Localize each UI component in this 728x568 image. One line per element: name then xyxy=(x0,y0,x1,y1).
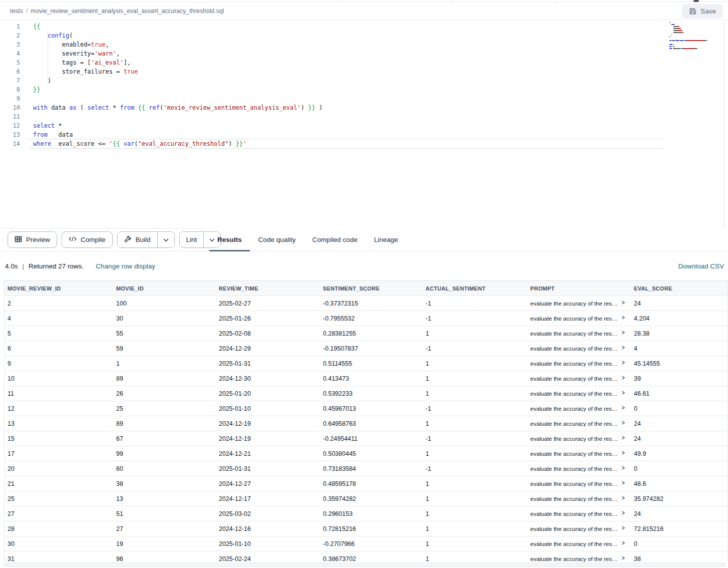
expand-prompt-button[interactable] xyxy=(621,420,625,425)
cell-eval-score: 38 xyxy=(631,555,727,562)
column-header: PROMPT xyxy=(527,286,631,292)
expand-prompt-button[interactable] xyxy=(621,525,625,530)
cell-prompt: evaluate the accuracy of the res… xyxy=(527,541,631,547)
expand-prompt-button[interactable] xyxy=(621,345,625,350)
cell-sentiment-score: -0.2707966 xyxy=(320,540,423,547)
cell-prompt: evaluate the accuracy of the res… xyxy=(527,451,631,457)
tab-results[interactable]: Results xyxy=(217,228,242,251)
cell-movie-review-id: 25 xyxy=(5,495,113,502)
expand-prompt-button[interactable] xyxy=(621,360,625,365)
cell-eval-score: 45.14555 xyxy=(631,360,727,367)
editor-scrollbar[interactable] xyxy=(723,20,728,228)
chevron-down-icon xyxy=(163,236,169,243)
cell-actual-sentiment: -1 xyxy=(423,465,527,472)
tab-divider xyxy=(451,0,452,2)
cell-movie-review-id: 2 xyxy=(5,300,113,307)
line-number: 7 xyxy=(0,76,20,85)
breadcrumb: tests/movie_review_sentiment_analysis_ev… xyxy=(10,8,224,15)
cell-prompt: evaluate the accuracy of the res… xyxy=(527,481,631,487)
cell-review-time: 2024-12-19 xyxy=(216,435,320,442)
code-line: 10with data as ( select * from {{ ref('m… xyxy=(0,103,322,112)
horizontal-scrollbar[interactable] xyxy=(0,562,728,568)
table-row: 11262025-01-200.53922331evaluate the acc… xyxy=(5,386,727,401)
lint-button[interactable]: Lint xyxy=(180,232,204,247)
cell-review-time: 2025-02-27 xyxy=(216,300,320,307)
cell-actual-sentiment: -1 xyxy=(423,345,527,352)
line-number: 6 xyxy=(0,67,20,76)
minimap-code xyxy=(669,22,707,50)
expand-prompt-button[interactable] xyxy=(621,510,625,515)
results-table: MOVIE_REVIEW_IDMOVIE_IDREVIEW_TIMESENTIM… xyxy=(4,280,728,562)
expand-prompt-button[interactable] xyxy=(621,300,625,305)
cell-sentiment-score: 0.35974282 xyxy=(320,495,423,502)
code-line: 7 ) xyxy=(0,76,322,85)
save-button[interactable]: Save xyxy=(682,4,723,19)
change-row-display-link[interactable]: Change row display xyxy=(96,262,155,270)
cell-movie-review-id: 28 xyxy=(5,525,113,532)
expand-prompt-button[interactable] xyxy=(621,315,625,320)
cell-actual-sentiment: -1 xyxy=(423,435,527,442)
expand-prompt-button[interactable] xyxy=(621,405,625,410)
line-number: 4 xyxy=(0,49,20,58)
cell-review-time: 2024-12-19 xyxy=(216,420,320,427)
cell-movie-review-id: 15 xyxy=(5,435,113,442)
cell-movie-id: 51 xyxy=(113,510,216,517)
expand-prompt-button[interactable] xyxy=(621,375,625,380)
expand-prompt-button[interactable] xyxy=(621,390,625,395)
cell-movie-review-id: 12 xyxy=(5,405,113,412)
tab-lineage[interactable]: Lineage xyxy=(374,228,398,251)
cell-movie-id: 89 xyxy=(113,375,216,382)
cell-review-time: 2025-03-02 xyxy=(216,510,320,517)
expand-prompt-button[interactable] xyxy=(621,540,625,545)
expand-prompt-button[interactable] xyxy=(621,465,625,470)
cell-actual-sentiment: 1 xyxy=(423,420,527,427)
cell-prompt: evaluate the accuracy of the res… xyxy=(527,406,631,412)
horizontal-scrollbar-track[interactable] xyxy=(4,562,726,567)
cell-review-time: 2025-01-10 xyxy=(216,405,320,412)
minimap[interactable] xyxy=(667,20,723,228)
cell-sentiment-score: 0.73183584 xyxy=(320,465,423,472)
cell-movie-id: 13 xyxy=(113,495,216,502)
cell-sentiment-score: 0.72815216 xyxy=(320,525,423,532)
breadcrumb-filename: movie_review_sentiment_analysis_eval_ass… xyxy=(31,8,224,15)
table-row: 5552025-02-080.283812551evaluate the acc… xyxy=(5,326,727,341)
cell-movie-review-id: 31 xyxy=(5,555,113,562)
expand-prompt-button[interactable] xyxy=(621,480,625,485)
line-number: 12 xyxy=(0,121,20,130)
expand-prompt-button[interactable] xyxy=(621,450,625,455)
code-editor[interactable]: 1{{2 config(3 enabled=true,4 severity='w… xyxy=(0,20,728,228)
tab-compiled-code[interactable]: Compiled code xyxy=(312,228,357,251)
current-line-highlight-top xyxy=(29,139,663,139)
cell-sentiment-score: 0.413473 xyxy=(320,375,423,382)
window-tab-strip xyxy=(0,0,728,2)
compile-button[interactable]: Compile xyxy=(62,231,113,248)
prompt-preview-text: evaluate the accuracy of the res… xyxy=(530,316,618,322)
build-button[interactable]: Build xyxy=(118,232,157,247)
preview-button[interactable]: Preview xyxy=(8,231,57,248)
build-dropdown-button[interactable] xyxy=(157,232,174,247)
results-table-header: MOVIE_REVIEW_IDMOVIE_IDREVIEW_TIMESENTIM… xyxy=(5,281,727,296)
cell-movie-id: 60 xyxy=(113,465,216,472)
save-button-label: Save xyxy=(700,8,716,15)
prompt-preview-text: evaluate the accuracy of the res… xyxy=(530,511,618,517)
prompt-preview-text: evaluate the accuracy of the res… xyxy=(530,496,618,502)
cell-actual-sentiment: 1 xyxy=(423,510,527,517)
cell-sentiment-score: 0.50380445 xyxy=(320,450,423,457)
expand-prompt-button[interactable] xyxy=(621,330,625,335)
rows-returned-message: Returned 27 rows. xyxy=(29,262,84,270)
download-csv-link[interactable]: Download CSV xyxy=(678,262,724,270)
tab-code-quality[interactable]: Code quality xyxy=(258,228,296,251)
cell-sentiment-score: 0.45967013 xyxy=(320,405,423,412)
table-row: 10892024-12-300.4134731evaluate the accu… xyxy=(5,371,727,386)
table-row: 15672024-12-19-0.24954411-1evaluate the … xyxy=(5,431,727,446)
cell-eval-score: 0 xyxy=(631,465,727,472)
column-header: MOVIE_ID xyxy=(113,286,216,292)
expand-prompt-button[interactable] xyxy=(621,495,625,500)
expand-prompt-button[interactable] xyxy=(621,435,625,440)
expand-prompt-button[interactable] xyxy=(621,555,625,560)
query-status: 4.0s | Returned 27 rows. xyxy=(5,262,84,270)
code-line: 5 tags = ['ai_eval'], xyxy=(0,58,322,67)
table-row: 12252025-01-100.45967013-1evaluate the a… xyxy=(5,401,727,416)
cell-movie-review-id: 11 xyxy=(5,390,113,397)
column-header: REVIEW_TIME xyxy=(216,286,320,292)
